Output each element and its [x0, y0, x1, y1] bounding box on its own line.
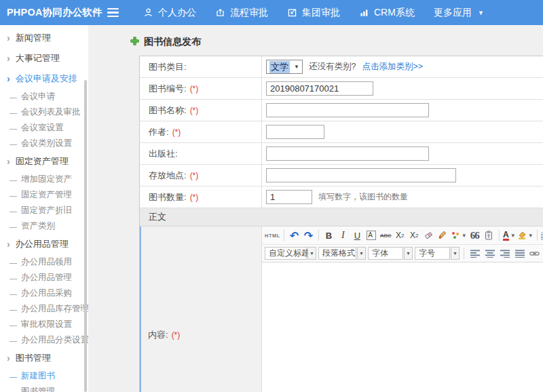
sidebar-item-book-mgmt[interactable]: ›图书管理: [0, 348, 88, 368]
required-mark: (*): [190, 84, 199, 94]
chevron-right-icon: ›: [7, 74, 10, 83]
page-title: 图书信息发布: [130, 36, 543, 48]
sidebar-item-add-fixed-asset[interactable]: —增加固定资产: [0, 172, 88, 187]
highlight-color-icon[interactable]: ▼: [517, 229, 533, 242]
nav-process-approval[interactable]: 流程审批: [206, 0, 278, 25]
underline-icon[interactable]: U: [351, 229, 364, 242]
sidebar-item-meeting-room-setting[interactable]: —会议室设置: [0, 120, 88, 136]
required-mark: (*): [190, 171, 199, 180]
custom-title-select[interactable]: 自定义标题 ▼: [265, 247, 316, 260]
sidebar-item-news-mgmt[interactable]: ›新闻管理: [0, 28, 88, 48]
sidebar-item-asset-category[interactable]: —资产类别: [0, 218, 88, 234]
font-color-icon[interactable]: A ▼: [503, 229, 516, 242]
bold-icon[interactable]: B: [322, 229, 335, 242]
category-select[interactable]: 文学 ▼: [266, 60, 303, 74]
align-right-icon[interactable]: [498, 247, 511, 260]
sidebar-item-new-book[interactable]: —新建图书: [0, 368, 88, 384]
sidebar-item-memorabilia-mgmt[interactable]: ›大事记管理: [0, 48, 88, 68]
caret-down-icon[interactable]: ▼: [307, 247, 316, 260]
sidebar-item-office-supplies-mgmt[interactable]: ›办公用品管理: [0, 234, 88, 254]
sidebar-item-fixed-asset-mgmt[interactable]: ›固定资产管理: [0, 151, 88, 172]
sidebar-item-meeting-list-approve[interactable]: —会议列表及审批: [0, 104, 88, 120]
required-mark: (*): [190, 106, 199, 115]
sidebar-item-supplies-purchase[interactable]: —办公用品采购: [0, 286, 88, 301]
book-no-row: 图书编号:(*): [140, 78, 543, 100]
editor-content-area[interactable]: [262, 262, 543, 392]
link-icon[interactable]: [528, 247, 541, 260]
sidebar-item-supplies-category-setting[interactable]: —办公用品分类设置: [0, 332, 88, 348]
location-row: 存放地点:(*): [140, 165, 543, 187]
format-brush-icon[interactable]: [436, 229, 449, 242]
blockquote-icon[interactable]: 66: [468, 229, 481, 242]
align-justify-icon[interactable]: [513, 247, 526, 260]
content-row: 内容: (*) HTML ↶ ↷ B I U A ABC X2 X2: [140, 227, 543, 392]
field-label: 图书编号:: [149, 83, 187, 95]
subscript-icon[interactable]: X2: [408, 229, 421, 242]
html-source-button[interactable]: HTML: [265, 229, 280, 242]
publisher-row: 出版社:: [140, 143, 543, 165]
redo-icon[interactable]: ↷: [302, 229, 315, 242]
sidebar-scrollbar[interactable]: [84, 80, 87, 392]
hamburger-menu-icon[interactable]: [107, 8, 119, 17]
align-left-icon[interactable]: [468, 247, 481, 260]
field-label: 图书名称:: [149, 104, 187, 117]
sidebar-item-meeting-category-setting[interactable]: —会议类别设置: [0, 136, 88, 151]
nav-more-apps[interactable]: 更多应用 ▼: [424, 0, 493, 25]
sidebar-item-supplies-claim[interactable]: —办公用品领用: [0, 254, 88, 270]
dash-icon: —: [10, 305, 17, 313]
sidebar-item-approval-permission-setting[interactable]: —审批权限设置: [0, 317, 88, 332]
caret-down-icon[interactable]: ▼: [404, 247, 413, 260]
quantity-hint: 填写数字，该图书的数量: [318, 191, 408, 203]
field-label: 图书数量:: [149, 191, 187, 203]
book-no-input[interactable]: [266, 81, 373, 96]
dash-icon: —: [10, 274, 17, 282]
nav-label: 更多应用: [434, 7, 472, 19]
book-name-row: 图书名称:(*): [140, 100, 543, 121]
italic-icon[interactable]: I: [337, 229, 350, 242]
font-size-select[interactable]: 字号 ▼: [415, 247, 460, 260]
quantity-input[interactable]: [266, 190, 312, 204]
sidebar-item-meeting-apply[interactable]: —会议申请: [0, 89, 88, 104]
book-name-input[interactable]: [266, 103, 429, 117]
font-family-select[interactable]: 字体 ▼: [368, 247, 413, 260]
caret-down-icon: ▼: [510, 233, 516, 239]
topbar: PHPOA协同办公软件 个人办公 流程审批 集团审批 CRM系统: [0, 0, 543, 25]
bar-chart-icon: [359, 7, 369, 18]
add-category-link[interactable]: 点击添加类别>>: [362, 61, 423, 73]
nav-crm-system[interactable]: CRM系统: [350, 0, 424, 25]
sidebar-item-fixed-asset-manage[interactable]: —固定资产管理: [0, 187, 88, 203]
nav-personal-office[interactable]: 个人办公: [134, 0, 206, 25]
required-mark: (*): [172, 330, 181, 340]
paste-text-icon[interactable]: T: [483, 229, 495, 242]
field-label: 图书类目:: [149, 61, 187, 73]
strikethrough-icon[interactable]: ABC: [379, 229, 392, 242]
sidebar-item-fixed-asset-depreciation[interactable]: —固定资产折旧: [0, 203, 88, 218]
chevron-right-icon: ›: [7, 33, 10, 43]
caret-down-icon: ▼: [528, 233, 533, 239]
dash-icon: —: [10, 321, 17, 329]
publisher-input[interactable]: [266, 146, 429, 161]
dash-icon: —: [10, 207, 17, 215]
sidebar-item-supplies-inventory-mgmt[interactable]: —办公用品库存管理: [0, 301, 88, 317]
location-input[interactable]: [266, 168, 456, 182]
dash-icon: —: [10, 290, 17, 298]
autotypeset-icon[interactable]: ▼: [451, 229, 467, 242]
undo-icon[interactable]: ↶: [288, 229, 301, 242]
sidebar-item-book-manage[interactable]: —图书管理: [0, 384, 88, 392]
sidebar-item-meeting-apply-group[interactable]: ›会议申请及安排: [0, 68, 88, 89]
author-input[interactable]: [266, 125, 324, 139]
nav-group-approval[interactable]: 集团审批: [278, 0, 350, 25]
eraser-icon[interactable]: [422, 229, 435, 242]
text-border-icon[interactable]: A: [365, 229, 378, 242]
category-row: 图书类目: 文学 ▼ 还没有类别? 点击添加类别>>: [140, 56, 543, 78]
superscript-icon[interactable]: X2: [394, 229, 407, 242]
paragraph-format-select[interactable]: 段落格式 ▼: [318, 247, 366, 260]
sidebar-item-supplies-manage[interactable]: —办公用品管理: [0, 270, 88, 286]
svg-text:T: T: [487, 234, 491, 239]
caret-down-icon[interactable]: ▼: [451, 247, 460, 260]
caret-down-icon: ▼: [462, 233, 467, 239]
chevron-right-icon: ›: [7, 54, 10, 63]
chevron-right-icon: ›: [7, 239, 10, 249]
align-center-icon[interactable]: [483, 247, 496, 260]
caret-down-icon[interactable]: ▼: [357, 247, 366, 260]
